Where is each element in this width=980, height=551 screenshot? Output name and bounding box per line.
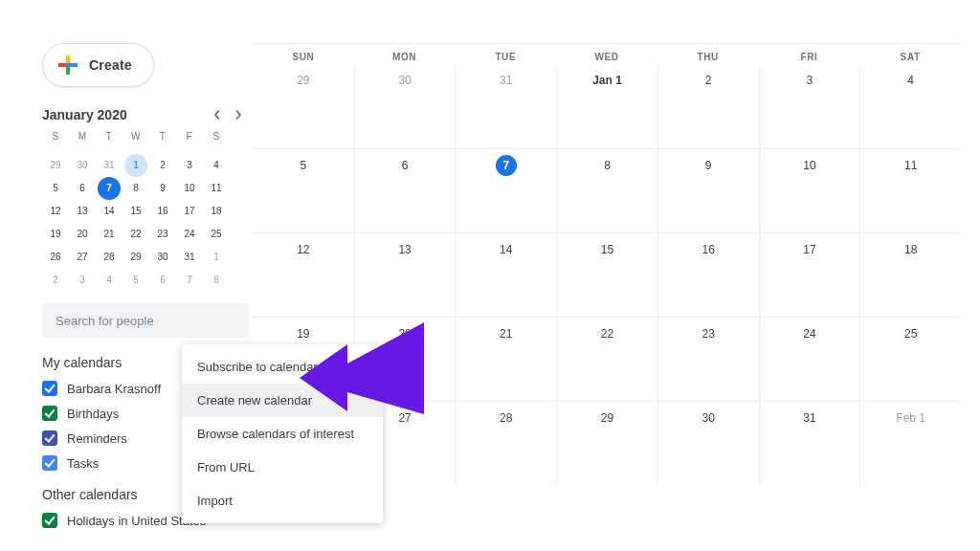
calendar-checkbox[interactable] bbox=[42, 455, 57, 471]
date-cell[interactable]: 29 bbox=[253, 64, 354, 148]
date-cell[interactable]: 8 bbox=[556, 148, 657, 232]
mini-day-cell[interactable]: 25 bbox=[205, 223, 228, 246]
mini-day-cell[interactable]: 8 bbox=[124, 177, 147, 200]
date-cell[interactable]: 31 bbox=[759, 401, 860, 485]
mini-day-cell[interactable]: 30 bbox=[71, 154, 94, 177]
weekday-header-cell: THU bbox=[657, 44, 759, 64]
date-cell[interactable]: 10 bbox=[759, 148, 860, 232]
mini-day-cell[interactable]: 15 bbox=[124, 200, 147, 223]
date-cell[interactable]: 31 bbox=[455, 64, 556, 148]
create-button[interactable]: Create bbox=[42, 43, 154, 87]
mini-day-cell[interactable]: 31 bbox=[98, 154, 121, 177]
mini-day-cell[interactable]: 28 bbox=[98, 246, 121, 269]
date-cell[interactable]: 13 bbox=[354, 232, 456, 317]
date-label: 10 bbox=[799, 155, 820, 176]
date-cell[interactable]: 4 bbox=[859, 64, 961, 148]
mini-day-cell[interactable]: 12 bbox=[44, 200, 67, 223]
date-cell[interactable]: 24 bbox=[759, 317, 860, 401]
mini-day-cell[interactable]: 3 bbox=[178, 154, 201, 177]
date-cell[interactable]: 11 bbox=[859, 148, 961, 232]
mini-day-cell[interactable]: 20 bbox=[71, 223, 94, 246]
date-cell[interactable]: 29 bbox=[556, 401, 657, 485]
calendar-checkbox[interactable] bbox=[42, 381, 57, 396]
weekday-header-cell: FRI bbox=[759, 44, 860, 64]
date-label: 6 bbox=[394, 155, 415, 176]
mini-day-cell[interactable]: 4 bbox=[98, 269, 121, 292]
date-cell[interactable]: 15 bbox=[556, 232, 657, 317]
weekday-header-cell: TUE bbox=[455, 44, 556, 64]
date-label: 2 bbox=[698, 70, 719, 91]
date-cell[interactable]: 5 bbox=[253, 148, 354, 232]
date-cell[interactable]: 17 bbox=[759, 232, 860, 317]
date-cell[interactable]: 23 bbox=[657, 317, 759, 401]
date-cell[interactable]: 6 bbox=[354, 148, 456, 232]
calendar-checkbox[interactable] bbox=[42, 513, 57, 528]
date-cell[interactable]: 28 bbox=[455, 401, 556, 485]
date-label: Feb 1 bbox=[896, 408, 925, 429]
date-cell[interactable]: 25 bbox=[859, 317, 961, 401]
date-label: 5 bbox=[293, 155, 314, 176]
menu-item[interactable]: Subscribe to calendar bbox=[182, 350, 383, 384]
mini-day-cell[interactable]: 27 bbox=[71, 246, 94, 269]
calendar-checkbox[interactable] bbox=[42, 406, 57, 421]
menu-item[interactable]: Import bbox=[182, 484, 383, 518]
date-label: 25 bbox=[901, 323, 922, 344]
calendar-label: Reminders bbox=[67, 431, 127, 446]
date-cell[interactable]: 7 bbox=[455, 148, 556, 232]
mini-day-cell[interactable]: 21 bbox=[98, 223, 121, 246]
mini-day-cell[interactable]: 13 bbox=[71, 200, 94, 223]
mini-day-cell[interactable]: 18 bbox=[205, 200, 228, 223]
mini-day-cell[interactable]: 1 bbox=[205, 246, 228, 269]
date-label: 24 bbox=[799, 323, 820, 344]
menu-item[interactable]: Browse calendars of interest bbox=[182, 417, 383, 451]
mini-day-cell[interactable]: 11 bbox=[205, 177, 228, 200]
search-people-input[interactable] bbox=[42, 303, 249, 338]
calendar-checkbox[interactable] bbox=[42, 430, 57, 446]
date-cell[interactable]: 3 bbox=[759, 64, 860, 148]
mini-day-cell[interactable]: 17 bbox=[178, 200, 201, 223]
mini-day-cell[interactable]: 2 bbox=[44, 269, 67, 292]
mini-day-cell[interactable]: 5 bbox=[44, 177, 67, 200]
mini-day-cell[interactable]: 6 bbox=[151, 269, 174, 292]
date-cell[interactable]: 21 bbox=[455, 317, 556, 401]
mini-next-button[interactable] bbox=[228, 104, 249, 125]
mini-day-cell[interactable]: 7 bbox=[98, 177, 121, 200]
date-cell[interactable]: 14 bbox=[455, 232, 556, 317]
date-cell[interactable]: 30 bbox=[657, 401, 759, 485]
date-cell[interactable]: 12 bbox=[253, 232, 354, 317]
mini-day-cell[interactable]: 9 bbox=[151, 177, 174, 200]
weekday-header-cell: WED bbox=[556, 44, 657, 64]
menu-item[interactable]: From URL bbox=[182, 451, 383, 484]
mini-day-cell[interactable]: 5 bbox=[124, 269, 147, 292]
mini-day-cell[interactable]: 29 bbox=[124, 246, 147, 269]
mini-day-cell[interactable]: 6 bbox=[71, 177, 94, 200]
mini-day-cell[interactable]: 23 bbox=[151, 223, 174, 246]
weekday-header-cell: SUN bbox=[253, 44, 354, 64]
date-cell[interactable]: 30 bbox=[354, 64, 456, 148]
date-cell[interactable]: Feb 1 bbox=[859, 401, 961, 485]
mini-day-cell[interactable]: 24 bbox=[178, 223, 201, 246]
mini-day-cell[interactable]: 3 bbox=[71, 269, 94, 292]
date-cell[interactable]: 9 bbox=[657, 148, 759, 232]
mini-day-cell[interactable]: 16 bbox=[151, 200, 174, 223]
mini-day-cell[interactable]: 26 bbox=[44, 246, 67, 269]
mini-prev-button[interactable] bbox=[207, 104, 228, 125]
date-cell[interactable]: Jan 1 bbox=[556, 64, 657, 148]
mini-day-cell[interactable]: 29 bbox=[44, 154, 67, 177]
mini-day-cell[interactable]: 14 bbox=[98, 200, 121, 223]
mini-day-cell[interactable]: 22 bbox=[124, 223, 147, 246]
date-cell[interactable]: 22 bbox=[556, 317, 657, 401]
mini-day-cell[interactable]: 7 bbox=[178, 269, 201, 292]
date-cell[interactable]: 18 bbox=[859, 232, 961, 317]
mini-day-cell[interactable]: 10 bbox=[178, 177, 201, 200]
mini-day-cell[interactable]: 8 bbox=[205, 269, 228, 292]
mini-day-cell[interactable]: 1 bbox=[124, 154, 147, 177]
mini-day-cell[interactable]: 19 bbox=[44, 223, 67, 246]
date-cell[interactable]: 16 bbox=[657, 232, 759, 317]
date-cell[interactable]: 2 bbox=[657, 64, 759, 148]
mini-day-cell[interactable]: 4 bbox=[205, 154, 228, 177]
mini-day-cell[interactable]: 30 bbox=[151, 246, 174, 269]
mini-day-cell[interactable]: 31 bbox=[178, 246, 201, 269]
menu-item[interactable]: Create new calendar bbox=[182, 384, 383, 417]
mini-day-cell[interactable]: 2 bbox=[151, 154, 174, 177]
